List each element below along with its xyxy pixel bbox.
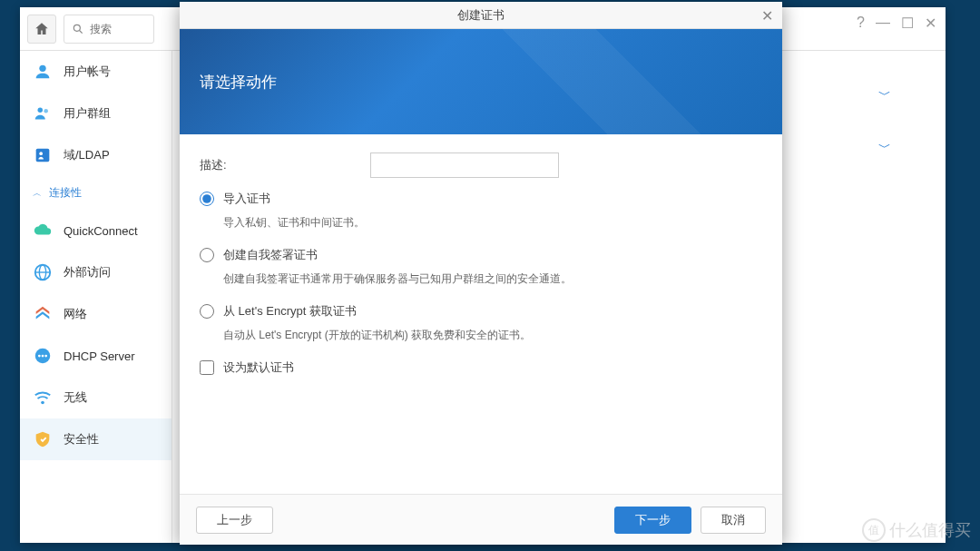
sidebar-item-label: 用户群组 — [64, 105, 111, 122]
sidebar-item-label: 无线 — [64, 389, 87, 406]
sidebar-item-label: DHCP Server — [64, 349, 135, 363]
wifi-icon — [33, 388, 53, 408]
ldap-icon — [33, 145, 53, 165]
search-icon — [72, 23, 84, 35]
dhcp-icon — [33, 346, 53, 366]
radio-label: 导入证书 — [223, 191, 270, 207]
next-button[interactable]: 下一步 — [614, 507, 691, 534]
modal-heading: 请选择动作 — [200, 72, 277, 93]
sidebar-item-network[interactable]: 网络 — [20, 293, 172, 335]
svg-point-3 — [38, 108, 44, 113]
checkbox-label: 设为默认证书 — [223, 359, 294, 376]
search-box[interactable] — [64, 15, 154, 44]
back-button[interactable]: 上一步 — [196, 507, 273, 534]
radio-self-signed-input[interactable] — [200, 248, 214, 262]
radio-import-cert[interactable]: 导入证书 — [200, 191, 762, 207]
svg-point-0 — [74, 25, 80, 31]
default-cert-checkbox[interactable] — [200, 360, 214, 375]
radio-self-signed[interactable]: 创建自我签署证书 — [200, 247, 762, 263]
svg-point-6 — [39, 152, 43, 155]
description-row: 描述: — [200, 153, 762, 178]
svg-rect-5 — [36, 149, 50, 162]
radio-label: 创建自我签署证书 — [223, 247, 318, 263]
svg-point-2 — [39, 65, 45, 72]
create-cert-modal: 创建证书 ✕ 请选择动作 描述: 导入证书 导入私钥、证书和中间证书。 创建自我… — [180, 2, 782, 545]
chevron-up-icon: ︿ — [33, 187, 42, 200]
cloud-icon — [33, 221, 53, 241]
svg-line-1 — [80, 30, 83, 33]
chevron-down-icon: ﹀ — [878, 87, 891, 103]
group-icon — [33, 103, 53, 123]
modal-body: 描述: 导入证书 导入私钥、证书和中间证书。 创建自我签署证书 创建自我签署证书… — [180, 134, 782, 494]
minimize-button[interactable]: — — [876, 15, 890, 32]
search-input[interactable] — [90, 23, 144, 35]
network-icon — [33, 304, 53, 324]
svg-point-12 — [42, 355, 44, 358]
description-label: 描述: — [200, 157, 370, 173]
sidebar-item-quickconnect[interactable]: QuickConnect — [20, 210, 172, 251]
radio-lets-encrypt-caption: 自动从 Let's Encrypt (开放的证书机构) 获取免费和安全的证书。 — [223, 327, 762, 343]
modal-titlebar: 创建证书 ✕ — [180, 2, 782, 29]
svg-point-4 — [44, 109, 48, 113]
user-icon — [33, 62, 53, 82]
svg-point-13 — [44, 355, 47, 358]
sidebar-item-label: 安全性 — [64, 431, 99, 448]
svg-point-14 — [41, 401, 44, 405]
sidebar-item-label: 网络 — [64, 306, 87, 322]
radio-lets-encrypt-input[interactable] — [200, 304, 214, 319]
sidebar: 用户帐号 用户群组 域/LDAP ︿ 连接性 QuickConnect 外部访问 — [20, 51, 172, 543]
maximize-button[interactable]: ☐ — [901, 15, 914, 32]
sidebar-item-label: 用户帐号 — [64, 64, 111, 80]
sidebar-item-label: 域/LDAP — [64, 147, 110, 163]
sidebar-item-label: 外部访问 — [64, 264, 111, 280]
home-button[interactable] — [27, 15, 56, 44]
radio-lets-encrypt[interactable]: 从 Let's Encrypt 获取证书 — [200, 303, 762, 320]
titlebar-controls: ? — ☐ ✕ — [857, 15, 936, 32]
modal-header: 请选择动作 — [180, 29, 782, 134]
svg-point-11 — [38, 355, 41, 358]
sidebar-item-wireless[interactable]: 无线 — [20, 377, 172, 418]
cancel-button[interactable]: 取消 — [701, 507, 766, 534]
chevron-down-icon: ﹀ — [878, 140, 891, 156]
radio-label: 从 Let's Encrypt 获取证书 — [223, 303, 357, 320]
shield-icon — [33, 429, 53, 449]
help-button[interactable]: ? — [857, 15, 865, 32]
sidebar-item-label: QuickConnect — [64, 224, 138, 238]
description-input[interactable] — [370, 153, 559, 178]
sidebar-section-label: 连接性 — [49, 185, 82, 201]
sidebar-item-external-access[interactable]: 外部访问 — [20, 251, 172, 293]
radio-self-signed-caption: 创建自我签署证书通常用于确保服务器与已知用户群组之间的安全通道。 — [223, 271, 762, 287]
sidebar-section-connectivity[interactable]: ︿ 连接性 — [20, 176, 172, 210]
radio-import-caption: 导入私钥、证书和中间证书。 — [223, 214, 762, 231]
sidebar-item-domain-ldap[interactable]: 域/LDAP — [20, 134, 172, 176]
default-cert-checkbox-row[interactable]: 设为默认证书 — [200, 359, 762, 376]
sidebar-item-user-group[interactable]: 用户群组 — [20, 93, 172, 134]
globe-icon — [33, 262, 53, 282]
modal-close-button[interactable]: ✕ — [761, 7, 773, 25]
sidebar-item-dhcp[interactable]: DHCP Server — [20, 335, 172, 377]
modal-footer: 上一步 下一步 取消 — [180, 494, 782, 545]
home-icon — [34, 21, 50, 37]
sidebar-item-user-account[interactable]: 用户帐号 — [20, 51, 172, 93]
modal-title: 创建证书 — [457, 7, 505, 24]
sidebar-item-security[interactable]: 安全性 — [20, 418, 172, 460]
radio-import-input[interactable] — [200, 192, 214, 206]
close-button[interactable]: ✕ — [925, 15, 936, 32]
